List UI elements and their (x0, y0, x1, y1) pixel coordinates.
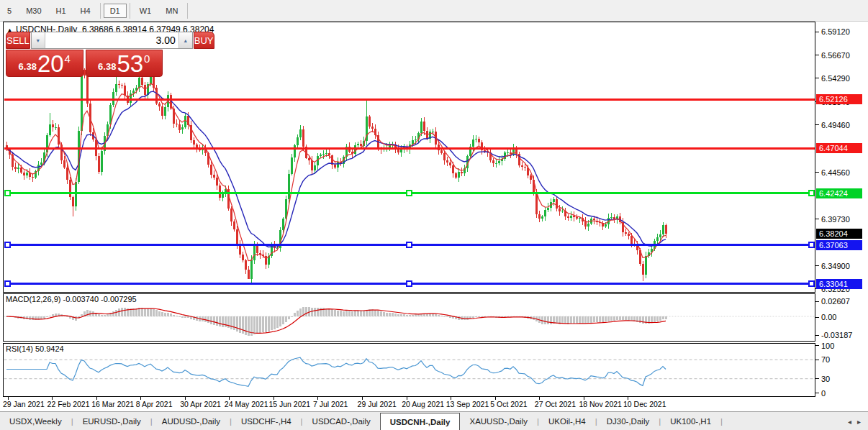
ask-price-big: 53 (117, 53, 143, 75)
price-level-badge: 6.38204 (816, 229, 862, 239)
date-axis-label: 5 Oct 2021 (490, 400, 527, 408)
tab-usdx-weekly[interactable]: USDX,Weekly (0, 412, 71, 430)
date-axis-label: 16 Mar 2021 (91, 400, 134, 408)
tab-audusd-daily[interactable]: AUDUSD-,Daily (153, 412, 230, 430)
tab-usdchf-h4[interactable]: USDCHF-,H4 (232, 412, 301, 430)
rsi-axis-tick: 70 (821, 355, 866, 365)
date-axis-label: 27 Oct 2021 (535, 400, 576, 408)
trading-platform-window: 5M30H1H4D1W1MN ▲USDCNH-,Daily 6.38686 6.… (0, 0, 868, 430)
date-axis-label: 8 Apr 2021 (136, 400, 173, 408)
buy-button[interactable]: BUY (194, 32, 214, 49)
macd-indicator-label: MACD(12,26,9) -0.003740 -0.007295 (6, 295, 137, 303)
macd-axis-tick: -0.03187 (821, 331, 866, 340)
price-axis-tick: 6.44560 (821, 168, 866, 178)
rsi-indicator-label: RSI(14) 50.9424 (6, 344, 64, 353)
bid-price-big: 20 (37, 53, 64, 75)
tab-uk100-h1[interactable]: UK100-,H1 (661, 412, 720, 430)
timeframe-button-d1[interactable]: D1 (104, 4, 127, 18)
chart-window[interactable]: ▲USDCNH-,Daily 6.38686 6.38914 6.37949 6… (0, 22, 868, 411)
timeframe-button-h4[interactable]: H4 (74, 4, 97, 18)
date-axis-label: 29 Jan 2021 (3, 400, 45, 408)
date-axis-label: 20 Aug 2021 (402, 400, 444, 408)
date-axis-label: 22 Feb 2021 (48, 400, 90, 408)
rsi-panel-frame (4, 344, 815, 397)
date-axis-label: 18 Nov 2021 (579, 400, 622, 408)
date-axis-label: 13 Sep 2021 (446, 400, 489, 408)
tab-separator: | (720, 412, 723, 430)
price-axis-tick: 6.59120 (821, 27, 866, 37)
price-level-badge: 6.33041 (816, 279, 862, 289)
price-level-badge: 6.47044 (816, 143, 862, 153)
toolbar-separator (100, 3, 101, 19)
volume-input[interactable] (45, 32, 178, 48)
one-click-trade-panel: SELL ▼ ▲ BUY 6.38 20 4 6.38 53 0 (6, 32, 163, 77)
chart-canvas[interactable] (0, 22, 868, 411)
bid-price-pip: 4 (65, 52, 71, 65)
date-axis-label: 7 Jul 2021 (313, 400, 348, 408)
price-axis-tick: 6.34900 (821, 262, 866, 271)
price-axis-tick: 6.49460 (821, 121, 866, 130)
timeframe-toolbar: 5M30H1H4D1W1MN (0, 0, 868, 22)
volume-spinner: ▼ ▲ (31, 32, 193, 49)
bid-price-prefix: 6.38 (19, 61, 37, 72)
sell-button[interactable]: SELL (6, 32, 30, 49)
tab-eurusd-daily[interactable]: EURUSD-,Daily (73, 412, 150, 430)
tab-dj30-daily[interactable]: DJ30-,Daily (597, 412, 659, 430)
volume-decrease-button[interactable]: ▼ (32, 32, 45, 48)
rsi-axis-tick: 100 (821, 342, 866, 351)
date-axis-label: 29 Jul 2021 (358, 400, 397, 408)
macd-axis-tick: 0.02607 (821, 297, 866, 306)
ask-price-box[interactable]: 6.38 53 0 (86, 50, 163, 77)
toolbar-separator (187, 3, 188, 19)
bid-price-box[interactable]: 6.38 20 4 (6, 50, 83, 77)
ask-price-pip: 0 (144, 52, 150, 65)
date-axis-label: 15 Jun 2021 (268, 400, 310, 408)
timeframe-button-w1[interactable]: W1 (133, 4, 158, 18)
toolbar-separator (130, 3, 130, 19)
price-level-badge: 6.42424 (816, 188, 862, 198)
tab-ukoil-h4[interactable]: UKOil-,H4 (539, 412, 595, 430)
tab-usdcnh-daily[interactable]: USDCNH-,Daily (380, 413, 461, 430)
price-level-badge: 6.52126 (816, 94, 862, 104)
price-axis-tick: 6.39730 (821, 215, 866, 224)
tab-usdcad-daily[interactable]: USDCAD-,Daily (303, 412, 380, 430)
rsi-axis-tick: 0 (821, 389, 866, 398)
tab-scroll-left-icon[interactable]: ◂ (848, 418, 851, 426)
date-axis-label: 10 Dec 2021 (623, 400, 666, 408)
tab-xauusd-daily[interactable]: XAUUSD-,Daily (460, 412, 537, 430)
macd-axis-tick: 0.00 (821, 313, 866, 322)
chart-tab-bar: USDX,Weekly|EURUSD-,Daily|AUDUSD-,Daily|… (0, 411, 868, 430)
timeframe-button-m30[interactable]: M30 (19, 4, 48, 18)
ask-price-prefix: 6.38 (98, 61, 116, 72)
timeframe-button-mn[interactable]: MN (159, 4, 184, 18)
timeframe-button-h1[interactable]: H1 (50, 4, 73, 18)
price-axis-tick: 6.54290 (821, 74, 866, 83)
volume-increase-button[interactable]: ▲ (178, 32, 192, 48)
date-axis-label: 30 Apr 2021 (180, 400, 221, 408)
price-level-badge: 6.37063 (816, 240, 862, 250)
timeframe-button-5[interactable]: 5 (1, 4, 18, 18)
tab-scroll-right-icon[interactable]: ▸ (857, 418, 861, 426)
price-axis-tick: 6.56670 (821, 51, 866, 60)
rsi-axis-tick: 30 (821, 375, 866, 384)
date-axis-label: 24 May 2021 (225, 400, 268, 408)
